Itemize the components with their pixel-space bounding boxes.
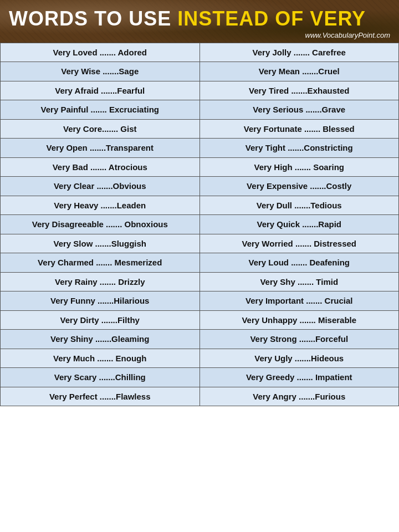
table-row: Very Perfect .......FlawlessVery Angry .… [1,387,399,406]
table-cell: Very Loud ....... Deafening [200,253,399,273]
table-cell: Very Funny .......Hilarious [1,291,200,311]
table-cell: Very Fortunate ....... Blessed [200,119,399,139]
table-cell: Very Slow .......Sluggish [1,234,200,253]
table-cell: Very Wise .......Sage [1,62,200,81]
table-row: Very Bad ....... AtrociousVery High ....… [1,157,399,177]
page-title: WORDS TO USE INSTEAD OF VERY [9,8,390,30]
table-cell: Very Rainy ....... Drizzly [1,272,200,291]
table-row: Very Shiny .......GleamingVery Strong ..… [1,330,399,349]
table-cell: Very Important ....... Crucial [200,291,399,311]
table-cell: Very Expensive .......Costly [200,177,399,196]
table-cell: Very Open .......Transparent [1,139,200,158]
table-row: Very Slow .......SluggishVery Worried ..… [1,234,399,253]
website-label: www.VocabularyPoint.com [9,31,390,39]
table-cell: Very Greedy ....... Impatient [200,368,399,387]
table-cell: Very Core....... Gist [1,119,200,139]
table-cell: Very Mean .......Cruel [200,62,399,81]
table-cell: Very Painful ....... Excruciating [1,100,200,120]
table-cell: Very Scary .......Chilling [1,368,200,387]
table-cell: Very Shiny .......Gleaming [1,330,200,349]
table-row: Very Disagreeable ....... ObnoxiousVery … [1,215,399,234]
table-cell: Very Ugly .......Hideous [200,349,399,368]
table-cell: Very Tight .......Constricting [200,139,399,158]
table-cell: Very Serious .......Grave [200,100,399,120]
table-cell: Very Loved ....... Adored [1,43,200,62]
table-cell: Very Shy ....... Timid [200,272,399,291]
header: WORDS TO USE INSTEAD OF VERY www.Vocabul… [0,0,399,43]
table-cell: Very Disagreeable ....... Obnoxious [1,215,200,234]
table-cell: Very Perfect .......Flawless [1,387,200,406]
table-row: Very Open .......TransparentVery Tight .… [1,139,399,158]
table-row: Very Loved ....... AdoredVery Jolly ....… [1,43,399,62]
table-cell: Very Worried ....... Distressed [200,234,399,253]
table-row: Very Heavy .......LeadenVery Dull ......… [1,196,399,215]
table-row: Very Afraid .......FearfulVery Tired ...… [1,81,399,100]
table-cell: Very Bad ....... Atrocious [1,157,200,177]
table-row: Very Clear .......ObviousVery Expensive … [1,177,399,196]
table-row: Very Rainy ....... DrizzlyVery Shy .....… [1,272,399,291]
title-highlight: INSTEAD OF VERY [177,7,366,30]
title-start: WORDS TO USE [9,7,177,30]
table-row: Very Core....... GistVery Fortunate ....… [1,119,399,139]
table-row: Very Dirty .......FilthyVery Unhappy ...… [1,310,399,330]
table-cell: Very Tired .......Exhausted [200,81,399,100]
table-cell: Very Clear .......Obvious [1,177,200,196]
table-cell: Very Charmed ....... Mesmerized [1,253,200,273]
table-cell: Very Afraid .......Fearful [1,81,200,100]
table-cell: Very Dirty .......Filthy [1,310,200,330]
table-row: Very Painful ....... ExcruciatingVery Se… [1,100,399,120]
table-cell: Very Angry .......Furious [200,387,399,406]
table-row: Very Charmed ....... MesmerizedVery Loud… [1,253,399,273]
table-cell: Very Much ....... Enough [1,349,200,368]
table-row: Very Scary .......ChillingVery Greedy ..… [1,368,399,387]
table-cell: Very Heavy .......Leaden [1,196,200,215]
table-cell: Very Dull .......Tedious [200,196,399,215]
table-row: Very Funny .......HilariousVery Importan… [1,291,399,311]
table-cell: Very High ....... Soaring [200,157,399,177]
word-table: Very Loved ....... AdoredVery Jolly ....… [0,43,399,407]
table-cell: Very Quick .......Rapid [200,215,399,234]
table-row: Very Wise .......SageVery Mean .......Cr… [1,62,399,81]
table-cell: Very Strong .......Forceful [200,330,399,349]
table-cell: Very Jolly ....... Carefree [200,43,399,62]
table-row: Very Much ....... EnoughVery Ugly ......… [1,349,399,368]
table-cell: Very Unhappy ....... Miserable [200,310,399,330]
word-table-container: Very Loved ....... AdoredVery Jolly ....… [0,43,399,407]
